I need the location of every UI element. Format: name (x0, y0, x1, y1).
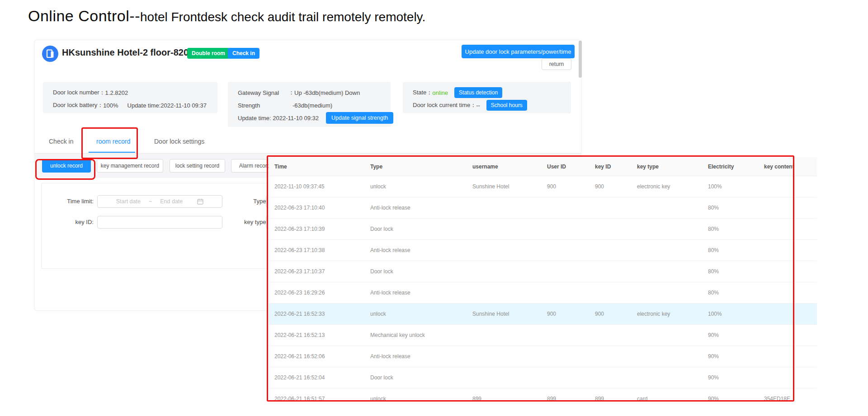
table-cell: unlock (364, 304, 467, 324)
school-hours-button[interactable]: School hours (486, 100, 527, 111)
table-cell (467, 240, 541, 261)
table-cell: Sunshine Hotel (467, 176, 541, 197)
subtab-lock-setting-record[interactable]: lock setting record (170, 159, 225, 173)
room-type-badge: Double room (187, 48, 230, 59)
table-cell (467, 346, 541, 367)
table-cell: electronic key (631, 176, 702, 197)
table-row[interactable]: 2022-11-10 09:37:45unlockSunshine Hotel9… (269, 176, 817, 197)
checkin-status-badge: Check in (228, 48, 259, 59)
key-id-input[interactable] (97, 216, 222, 229)
table-cell (589, 282, 631, 303)
table-cell: 900 (541, 176, 589, 197)
table-cell (631, 346, 702, 367)
lock-state-panel: State： online Status detection Door lock… (403, 82, 571, 113)
table-cell (631, 197, 702, 218)
door-lock-number-label: Door lock number： (53, 89, 105, 97)
update-signal-strength-button[interactable]: Update signal strength (326, 112, 393, 124)
table-cell (541, 219, 589, 239)
table-cell: 2022-06-21 16:51:57 (269, 388, 364, 407)
table-cell: 2022-06-21 16:52:06 (269, 346, 364, 367)
table-cell: 900 (541, 304, 589, 324)
table-cell: 899 (541, 388, 589, 407)
page-title-dashes: -- (129, 7, 140, 24)
hotel-building-icon (42, 46, 58, 64)
state-label: State： (413, 89, 432, 97)
table-row[interactable]: 2022-06-21 16:52:13Mechanical key unlock… (269, 325, 817, 346)
table-cell: 900 (589, 304, 631, 324)
table-cell: 80% (702, 240, 758, 261)
column-header: Time (269, 157, 364, 176)
table-row[interactable]: 2022-06-23 16:29:26Anti-lock release80% (269, 282, 817, 304)
column-header: Electricity (702, 157, 758, 176)
table-cell: card (631, 388, 702, 407)
table-cell (467, 219, 541, 239)
table-cell (589, 367, 631, 388)
column-header: key ID (589, 157, 631, 176)
table-cell (631, 240, 702, 261)
table-cell: unlock (364, 388, 467, 407)
return-button[interactable]: return (542, 58, 571, 70)
table-cell: 80% (702, 197, 758, 218)
page-title-main: Online Control (28, 7, 129, 24)
table-cell (758, 304, 817, 324)
signal-update-time-value: 2022-11-10 09:32 (273, 115, 319, 122)
state-value: online (432, 89, 448, 96)
table-row[interactable]: 2022-06-23 17:10:37Door lock80% (269, 261, 817, 282)
table-cell: Sunshine Hotel (467, 304, 541, 324)
table-cell (589, 261, 631, 282)
update-door-lock-params-button[interactable]: Update door lock parameters/power/time (462, 45, 575, 58)
table-cell (541, 240, 589, 261)
subtab-unlock-record[interactable]: unlock record (42, 159, 91, 173)
vertical-scrollbar-thumb[interactable] (579, 41, 582, 78)
table-cell (541, 367, 589, 388)
table-cell: 80% (702, 282, 758, 303)
table-cell: 2022-06-21 16:52:04 (269, 367, 364, 388)
table-cell (631, 282, 702, 303)
tab-room-record[interactable]: room record (96, 138, 130, 145)
table-cell: 899 (467, 388, 541, 407)
table-cell (589, 197, 631, 218)
table-row[interactable]: 2022-06-21 16:52:33unlockSunshine Hotel9… (269, 304, 817, 325)
table-cell: Anti-lock release (364, 282, 467, 303)
table-cell (758, 282, 817, 303)
table-row[interactable]: 2022-06-23 17:10:38Anti-lock release80% (269, 240, 817, 261)
table-cell (631, 325, 702, 346)
table-row[interactable]: 2022-06-23 17:10:39Door lock80% (269, 219, 817, 240)
table-header-row: TimeTypeusernameUser IDkey IDkey typeEle… (269, 157, 817, 176)
gateway-signal-label: Gateway Signal (238, 89, 288, 96)
table-cell: 100% (702, 176, 758, 197)
table-cell (758, 219, 817, 239)
table-row[interactable]: 2022-06-21 16:52:06Anti-lock release90% (269, 346, 817, 367)
table-cell: Door lock (364, 219, 467, 239)
table-row[interactable]: 2022-06-21 16:51:57unlock899899899card90… (269, 388, 817, 407)
status-detection-button[interactable]: Status detection (454, 87, 502, 98)
page-title: Online Control--hotel Frontdesk check au… (28, 7, 425, 25)
current-time-label: Door lock current time： (413, 101, 476, 109)
battery-update-time-value: 2022-11-10 09:37 (160, 102, 207, 109)
table-row[interactable]: 2022-06-21 16:52:04Door lock90% (269, 367, 817, 388)
tab-check-in[interactable]: Check in (49, 138, 73, 145)
table-cell (631, 367, 702, 388)
range-separator: ~ (149, 198, 152, 205)
table-cell: 100% (702, 304, 758, 324)
table-cell: 2022-06-21 16:52:13 (269, 325, 364, 346)
page-title-sub: hotel Frontdesk check audit trail remote… (140, 10, 425, 24)
signal-update-time-label: Update time: (238, 115, 271, 122)
table-cell: 2022-06-23 17:10:40 (269, 197, 364, 218)
gateway-signal-value: Up -63db(medium) Down (294, 89, 360, 96)
table-cell (467, 261, 541, 282)
table-cell: Anti-lock release (364, 346, 467, 367)
table-cell: 90% (702, 346, 758, 367)
table-cell: 2022-06-23 17:10:38 (269, 240, 364, 261)
table-cell: 90% (702, 367, 758, 388)
table-cell (467, 197, 541, 218)
gateway-signal-colon: ： (288, 89, 294, 97)
subtab-key-management-record[interactable]: key management record (97, 159, 163, 173)
tab-door-lock-settings[interactable]: Door lock settings (154, 138, 204, 145)
table-cell: 80% (702, 261, 758, 282)
table-row[interactable]: 2022-06-23 17:10:40Anti-lock release80% (269, 197, 817, 219)
current-time-value: -- (476, 102, 480, 109)
table-cell: 90% (702, 388, 758, 407)
column-header: User ID (541, 157, 589, 176)
date-range-input[interactable]: Start date ~ End date (97, 195, 222, 208)
